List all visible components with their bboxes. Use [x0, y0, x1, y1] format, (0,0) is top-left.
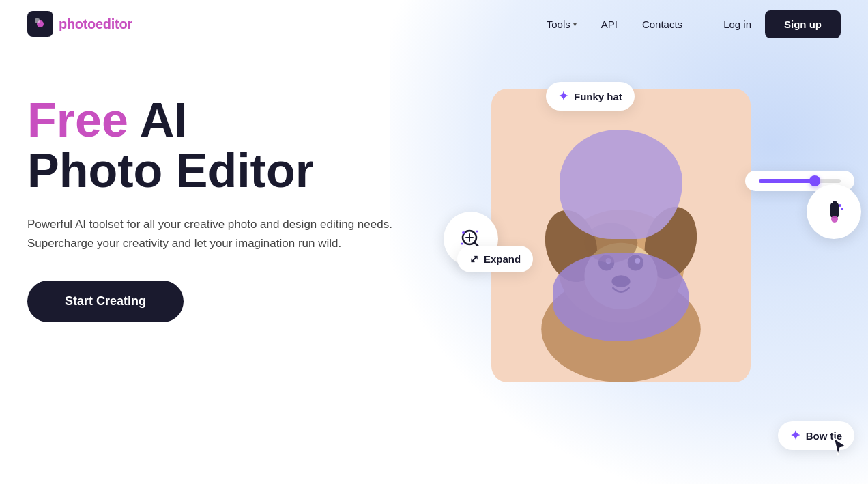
- logo-icon: [27, 11, 53, 37]
- svg-rect-21: [833, 201, 837, 204]
- nav-contacts[interactable]: Contacts: [642, 18, 682, 30]
- sparkle-icon: ✦: [558, 89, 568, 104]
- svg-rect-20: [830, 203, 839, 218]
- svg-rect-1: [35, 18, 40, 23]
- hero-title-ai: AI: [128, 94, 188, 147]
- brush-bubble: [807, 184, 861, 239]
- svg-point-23: [839, 204, 841, 207]
- hero-left: Free AI Photo Editor Powerful AI toolset…: [27, 75, 464, 322]
- hat-blob: [560, 130, 682, 239]
- hero-title-free: Free: [27, 94, 128, 147]
- tag-funky-hat: ✦ Funky hat: [546, 82, 635, 111]
- slider-track: [759, 179, 841, 183]
- navigation: photoeditor Tools ▾ API Contacts Log in …: [0, 0, 868, 48]
- hero-title-photo-editor: Photo Editor: [27, 144, 314, 197]
- svg-point-24: [841, 208, 843, 210]
- slider-thumb: [809, 175, 820, 186]
- svg-point-19: [461, 243, 463, 245]
- cursor-icon: [833, 437, 848, 460]
- svg-point-22: [831, 216, 838, 223]
- start-creating-button[interactable]: Start Creating: [27, 281, 184, 322]
- tag-expand: ⤢ Expand: [457, 246, 533, 272]
- nav-links: Tools ▾ API Contacts: [547, 18, 682, 30]
- svg-point-18: [476, 231, 478, 233]
- bottom-blob: [553, 253, 689, 341]
- chevron-down-icon: ▾: [573, 20, 577, 28]
- hero-subtitle: Powerful AI toolset for all your creativ…: [27, 215, 423, 253]
- hero-title: Free AI Photo Editor: [27, 96, 464, 196]
- nav-tools[interactable]: Tools ▾: [547, 18, 577, 30]
- hero-illustration: ✦ Funky hat: [464, 75, 841, 484]
- nav-actions: Log in Sign up: [723, 10, 841, 38]
- dog-card: [491, 89, 751, 382]
- expand-icon: ⤢: [469, 253, 478, 266]
- brush-icon: [820, 197, 848, 226]
- slider-fill: [759, 179, 812, 183]
- signup-button[interactable]: Sign up: [765, 10, 841, 38]
- logo-text: photoeditor: [59, 16, 132, 32]
- logo[interactable]: photoeditor: [27, 11, 132, 37]
- svg-point-17: [462, 231, 465, 234]
- login-button[interactable]: Log in: [723, 18, 751, 30]
- nav-api[interactable]: API: [601, 18, 618, 30]
- main-content: Free AI Photo Editor Powerful AI toolset…: [0, 48, 868, 484]
- sparkle-bowtie-icon: ✦: [790, 428, 800, 443]
